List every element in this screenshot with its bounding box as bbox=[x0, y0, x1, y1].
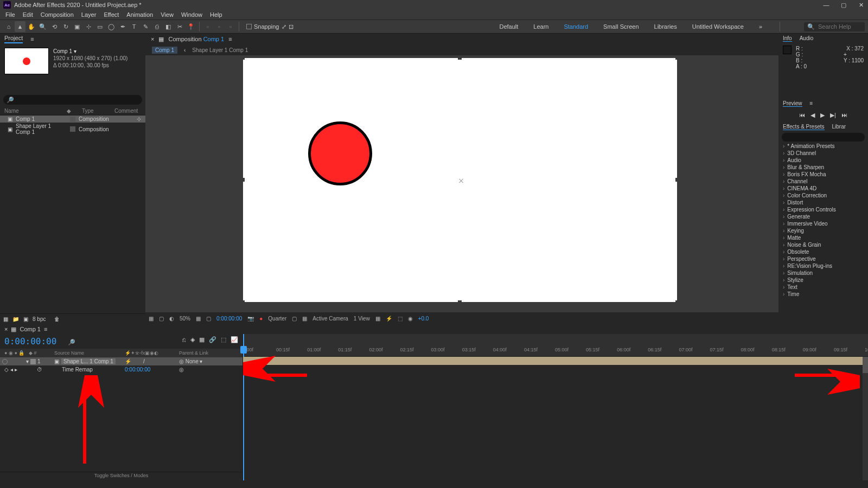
rect-tool[interactable]: ▭ bbox=[94, 21, 105, 32]
resolution-select[interactable]: Quarter bbox=[268, 316, 286, 322]
effect-category[interactable]: Matte bbox=[778, 234, 868, 241]
timeline-layer-row[interactable]: ▾1 ▣Shape L... 1 Comp 1 ⚡/ ◎ None ▾ bbox=[0, 357, 242, 365]
menu-animation[interactable]: Animation bbox=[123, 11, 156, 18]
views-select[interactable]: 1 View bbox=[354, 316, 370, 322]
flowchart-icon[interactable]: ⊹ bbox=[137, 116, 141, 122]
menu-composition[interactable]: Composition bbox=[37, 11, 77, 18]
search-help-input[interactable] bbox=[818, 23, 861, 30]
last-frame-button[interactable]: ⏭ bbox=[841, 112, 847, 119]
property-value[interactable]: 0:00:00:00 bbox=[125, 367, 150, 373]
project-tab[interactable]: Project bbox=[4, 35, 23, 43]
ellipse-tool[interactable]: ◯ bbox=[106, 21, 117, 32]
pen-tool[interactable]: ✒ bbox=[117, 21, 128, 32]
parent-select[interactable]: None bbox=[186, 358, 199, 364]
effect-category[interactable]: 3D Channel bbox=[778, 150, 868, 157]
col-comment[interactable]: Comment bbox=[114, 108, 138, 114]
menu-help[interactable]: Help bbox=[207, 11, 226, 18]
tool-opt-3[interactable]: ▫ bbox=[225, 21, 236, 32]
next-frame-button[interactable]: ▶| bbox=[830, 112, 836, 119]
effect-category[interactable]: Noise & Grain bbox=[778, 241, 868, 248]
pan-behind-tool[interactable]: ⊹ bbox=[83, 21, 94, 32]
label-icon[interactable] bbox=[70, 126, 75, 132]
col-name[interactable]: Name bbox=[4, 108, 67, 114]
minimize-button[interactable]: — bbox=[822, 2, 830, 9]
3d-icon[interactable]: ⬚ bbox=[398, 316, 403, 322]
ws-standard[interactable]: Standard bbox=[564, 23, 588, 30]
anchor-point-icon[interactable] bbox=[458, 178, 464, 183]
label-color[interactable] bbox=[30, 359, 36, 364]
menu-window[interactable]: Window bbox=[178, 11, 206, 18]
time-ruler[interactable]: :00f00:15f01:00f01:15f02:00f02:15f03:00f… bbox=[243, 334, 868, 357]
new-comp-icon[interactable]: ▣ bbox=[23, 316, 28, 322]
selection-tool[interactable]: ▲ bbox=[15, 21, 25, 32]
effect-category[interactable]: Distort bbox=[778, 199, 868, 206]
red-circle-shape[interactable] bbox=[308, 121, 372, 185]
comp-thumbnail[interactable] bbox=[4, 48, 49, 74]
puppet-tool[interactable]: 📍 bbox=[186, 21, 196, 32]
bpc-toggle[interactable]: 8 bpc bbox=[33, 316, 46, 322]
effect-category[interactable]: Expression Controls bbox=[778, 206, 868, 213]
fast-icon[interactable]: ⚡ bbox=[386, 316, 392, 322]
snap-icon2[interactable]: ⊡ bbox=[289, 23, 293, 30]
transp-icon[interactable]: ▦ bbox=[302, 316, 307, 322]
switch[interactable]: ⚡ bbox=[125, 358, 131, 364]
clone-tool[interactable]: ⎙ bbox=[151, 21, 162, 32]
add-keyframe-icon[interactable]: ◇ bbox=[4, 367, 9, 373]
comp-name[interactable]: Comp 1 ▾ bbox=[53, 48, 127, 55]
first-frame-button[interactable]: ⏮ bbox=[799, 112, 805, 119]
tool-opt-2[interactable]: ▫ bbox=[214, 21, 225, 32]
effect-category[interactable]: Channel bbox=[778, 178, 868, 185]
eraser-tool[interactable]: ◧ bbox=[163, 21, 174, 32]
canvas[interactable] bbox=[243, 58, 677, 302]
show-icon[interactable]: ● bbox=[259, 316, 263, 322]
trash-icon[interactable]: 🗑 bbox=[54, 316, 60, 322]
orbit-tool[interactable]: ⟲ bbox=[49, 21, 60, 32]
menu-effect[interactable]: Effect bbox=[100, 11, 122, 18]
tl-graph-icon[interactable]: 📈 bbox=[231, 336, 238, 343]
roi-icon[interactable]: ▢ bbox=[292, 316, 297, 322]
alpha-icon[interactable]: ▦ bbox=[149, 316, 154, 322]
tl-opt-icon[interactable]: ⎌ bbox=[182, 336, 186, 343]
rotate-tool[interactable]: ↻ bbox=[60, 21, 71, 32]
tl-opt-icon[interactable]: ⬚ bbox=[221, 336, 226, 343]
panel-menu-icon[interactable]: ≡ bbox=[44, 326, 47, 332]
pickwhip-icon[interactable]: ◎ bbox=[179, 358, 184, 364]
audio-tab[interactable]: Audio bbox=[800, 35, 814, 42]
col-label[interactable]: ◆ bbox=[67, 108, 82, 114]
timeline-current-time[interactable]: 0:00:00:00 bbox=[4, 336, 56, 346]
layer-name[interactable]: Shape L... 1 Comp 1 bbox=[61, 358, 116, 364]
layer-duration-bar[interactable] bbox=[243, 357, 865, 365]
current-time[interactable]: 0:00:00:00 bbox=[216, 316, 242, 322]
panel-menu-icon[interactable]: ≡ bbox=[228, 36, 232, 42]
crumb-comp1[interactable]: Comp 1 bbox=[152, 47, 177, 54]
ws-untitled[interactable]: Untitled Workspace bbox=[692, 23, 744, 30]
effect-category[interactable]: Boris FX Mocha bbox=[778, 171, 868, 178]
menu-view[interactable]: View bbox=[157, 11, 177, 18]
ws-smallscreen[interactable]: Small Screen bbox=[603, 23, 639, 30]
snapping-checkbox[interactable] bbox=[246, 24, 252, 29]
play-button[interactable]: ▶ bbox=[820, 112, 825, 119]
project-item-shapelayer[interactable]: ▣ Shape Layer 1 Comp 1 Composition bbox=[0, 123, 145, 136]
effect-category[interactable]: * Animation Presets bbox=[778, 143, 868, 150]
ws-default[interactable]: Default bbox=[499, 23, 518, 30]
effect-category[interactable]: Perspective bbox=[778, 255, 868, 262]
close-button[interactable]: ✕ bbox=[857, 2, 865, 9]
effect-category[interactable]: Stylize bbox=[778, 277, 868, 284]
zoom-tool[interactable]: 🔍 bbox=[37, 21, 48, 32]
info-tab[interactable]: Info bbox=[783, 35, 792, 42]
close-tab-icon[interactable]: × bbox=[151, 36, 154, 42]
grid-icon[interactable]: ▦ bbox=[196, 316, 201, 322]
keyframe[interactable] bbox=[243, 365, 249, 371]
ws-libraries[interactable]: Libraries bbox=[654, 23, 677, 30]
playhead[interactable] bbox=[243, 334, 244, 480]
visibility-toggle[interactable] bbox=[2, 359, 8, 364]
lock-icon[interactable]: ▦ bbox=[158, 36, 164, 43]
brush-tool[interactable]: ✎ bbox=[140, 21, 151, 32]
panel-menu-icon[interactable]: ≡ bbox=[810, 100, 813, 107]
effect-category[interactable]: Generate bbox=[778, 213, 868, 220]
menu-edit[interactable]: Edit bbox=[20, 11, 36, 18]
effects-tab[interactable]: Effects & Presets bbox=[783, 124, 825, 130]
effect-category[interactable]: Time bbox=[778, 291, 868, 298]
property-name[interactable]: Time Remap bbox=[62, 367, 93, 373]
effect-category[interactable]: Simulation bbox=[778, 269, 868, 277]
